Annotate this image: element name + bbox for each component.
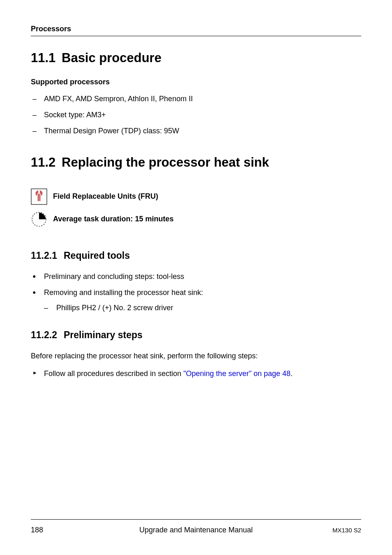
list-item: Removing and installing the processor he… [32,288,361,313]
svg-rect-0 [31,189,47,204]
footer-center-text: Upgrade and Maintenance Manual [139,526,253,534]
header-section-label: Processors [31,25,361,33]
list-item: Preliminary and concluding steps: tool-l… [32,272,361,282]
clock-icon [31,211,47,228]
supported-processors-subheading: Supported processors [31,78,361,86]
opening-server-link[interactable]: "Opening the server" on page 48 [183,369,291,378]
list-item: Phillips PH2 / (+) No. 2 screw driver [44,303,361,313]
section-11-2-2-heading: 11.2.2Preliminary steps [31,330,361,341]
required-tools-list: Preliminary and concluding steps: tool-l… [32,272,361,313]
page-number: 188 [31,526,43,534]
section-11-2-heading: 11.2Replacing the processor heat sink [31,155,361,170]
step-text-suffix: . [291,369,293,378]
section-11-2-1-number: 11.2.1 [31,250,64,261]
supported-processors-list: AMD FX, AMD Sempron, Athlon II, Phenom I… [32,94,361,137]
section-11-2-1-heading: 11.2.1Required tools [31,250,361,261]
list-item-text: Removing and installing the processor he… [44,288,203,297]
list-item: Socket type: AM3+ [32,110,361,120]
list-item: AMD FX, AMD Sempron, Athlon II, Phenom I… [32,94,361,104]
section-11-2-title: Replacing the processor heat sink [62,155,269,170]
header-divider [31,36,361,36]
preliminary-intro: Before replacing the processor heat sink… [31,351,361,361]
footer-divider [31,519,361,520]
section-11-2-number: 11.2 [31,155,62,170]
section-11-2-2-number: 11.2.2 [31,330,64,341]
section-11-2-1-title: Required tools [64,250,130,261]
sub-list: Phillips PH2 / (+) No. 2 screw driver [44,303,361,313]
page-footer: 188 Upgrade and Maintenance Manual MX130… [31,519,361,534]
preliminary-steps-list: Follow all procedures described in secti… [32,369,361,379]
section-11-1-title: Basic procedure [62,51,161,65]
list-item: Follow all procedures described in secti… [32,369,361,379]
fru-info-row: Field Replaceable Units (FRU) [31,188,361,205]
fru-label: Field Replaceable Units (FRU) [53,192,158,201]
section-11-1-number: 11.1 [31,51,62,65]
fru-icon [31,188,47,205]
section-11-1-heading: 11.1Basic procedure [31,51,361,65]
list-item: Thermal Design Power (TDP) class: 95W [32,126,361,136]
section-11-2-2-title: Preliminary steps [64,330,143,340]
duration-info-row: Average task duration: 15 minutes [31,211,361,228]
footer-model: MX130 S2 [332,527,361,534]
duration-label: Average task duration: 15 minutes [53,215,173,223]
step-text-prefix: Follow all procedures described in secti… [44,369,183,378]
